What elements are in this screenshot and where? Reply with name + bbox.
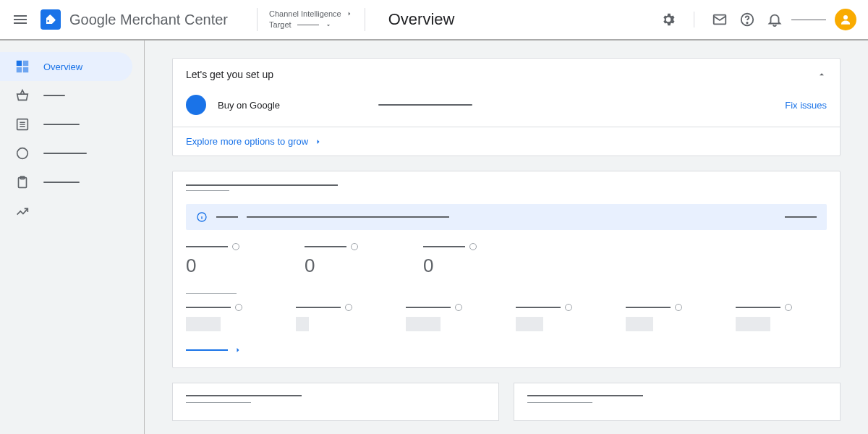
page-title: Overview [388, 10, 455, 29]
secondary-metrics [186, 304, 827, 331]
placeholder-line [378, 104, 472, 106]
account-placeholder [791, 20, 826, 20]
sidebar-item-label [43, 124, 80, 125]
dashboard-icon [14, 59, 30, 75]
section-label-placeholder [186, 293, 237, 294]
separator [365, 8, 365, 31]
metric-value: 0 [186, 255, 239, 277]
svg-rect-6 [17, 67, 22, 72]
metric-small-6 [736, 304, 827, 331]
svg-rect-5 [23, 61, 28, 66]
chevron-right-icon [234, 346, 242, 354]
list-icon [14, 116, 30, 132]
breadcrumb-parent: Channel Intelligence [269, 9, 341, 20]
basket-icon [14, 88, 30, 103]
sidebar-item-label [43, 153, 87, 154]
breadcrumb-current: Target [269, 20, 292, 30]
placeholder-line [297, 25, 319, 25]
metric-label [305, 246, 346, 247]
bottom-card-2 [514, 383, 841, 421]
link-placeholder [186, 349, 228, 351]
sidebar-item-overview[interactable]: Overview [0, 52, 132, 81]
svg-rect-4 [17, 61, 22, 66]
chevron-right-icon [346, 10, 353, 17]
svg-point-3 [843, 15, 848, 20]
chevron-right-icon [314, 137, 323, 146]
info-icon[interactable] [675, 304, 682, 311]
merchant-center-logo [41, 9, 61, 30]
caret-down-icon [325, 22, 332, 29]
separator [257, 8, 258, 31]
primary-metrics: 0 0 0 [186, 243, 827, 277]
clipboard-icon [14, 174, 30, 190]
sidebar-item-label: Overview [43, 61, 82, 72]
svg-point-9 [17, 148, 28, 159]
info-icon[interactable] [345, 304, 352, 311]
metric-2: 0 [305, 243, 358, 277]
info-icon[interactable] [351, 243, 358, 250]
mail-icon[interactable] [712, 12, 728, 27]
placeholder-line [527, 395, 643, 396]
metric-small-4 [516, 304, 607, 331]
placeholder-line [527, 402, 592, 403]
placeholder-line [247, 216, 449, 218]
placeholder-line [186, 395, 302, 396]
help-icon[interactable] [739, 12, 755, 27]
metric-3: 0 [423, 243, 477, 277]
info-icon[interactable] [235, 304, 242, 311]
svg-point-2 [746, 22, 747, 23]
account-switcher[interactable]: Channel Intelligence Target [269, 9, 353, 31]
placeholder-line [785, 216, 817, 218]
card-title-placeholder [186, 184, 338, 186]
info-icon[interactable] [785, 304, 792, 311]
sidebar-item-label [43, 182, 80, 183]
notifications-icon[interactable] [767, 12, 783, 27]
info-icon[interactable] [565, 304, 572, 311]
card-footer-link[interactable] [186, 346, 827, 354]
hamburger-menu-icon[interactable] [12, 11, 29, 28]
growth-icon [14, 203, 30, 219]
metric-small-3 [406, 304, 497, 331]
sidebar-item-6[interactable] [0, 197, 144, 226]
metrics-card: 0 0 0 [172, 171, 841, 368]
circle-icon [14, 145, 30, 161]
placeholder-line [186, 402, 251, 403]
info-icon[interactable] [455, 304, 462, 311]
metric-small-1 [186, 304, 277, 331]
setup-card-title: Let's get you set up [186, 69, 273, 80]
metric-small-5 [626, 304, 717, 331]
brand-title: Google Merchant Center [69, 12, 228, 28]
info-icon[interactable] [232, 243, 239, 250]
status-dot [186, 95, 206, 115]
avatar[interactable] [835, 9, 856, 30]
metric-value: 0 [423, 255, 477, 277]
program-label: Buy on Google [218, 100, 280, 111]
setup-card: Let's get you set up Buy on Google Fix i… [172, 58, 841, 156]
bottom-card-1 [172, 383, 499, 421]
svg-rect-7 [23, 67, 28, 72]
settings-icon[interactable] [660, 12, 676, 27]
placeholder-line [216, 216, 238, 218]
metric-1: 0 [186, 243, 239, 277]
info-icon [196, 211, 208, 223]
sidebar: Overview [0, 41, 145, 434]
explore-options-link[interactable]: Explore more options to grow [173, 127, 840, 156]
info-icon[interactable] [469, 243, 477, 250]
sidebar-item-2[interactable] [0, 81, 144, 110]
sidebar-item-3[interactable] [0, 110, 144, 139]
metric-label [423, 246, 465, 247]
metric-label [186, 246, 228, 247]
chevron-up-icon[interactable] [817, 69, 827, 80]
sidebar-item-label [43, 95, 65, 96]
sidebar-item-4[interactable] [0, 139, 144, 168]
setup-program-row[interactable]: Buy on Google Fix issues [173, 88, 840, 127]
metric-small-2 [296, 304, 387, 331]
metric-value: 0 [305, 255, 358, 277]
info-banner [186, 204, 827, 230]
fix-issues-link[interactable]: Fix issues [785, 100, 827, 111]
main-content: Let's get you set up Buy on Google Fix i… [145, 41, 868, 434]
separator [694, 12, 694, 27]
card-subtitle-placeholder [186, 190, 229, 191]
sidebar-item-5[interactable] [0, 168, 144, 197]
